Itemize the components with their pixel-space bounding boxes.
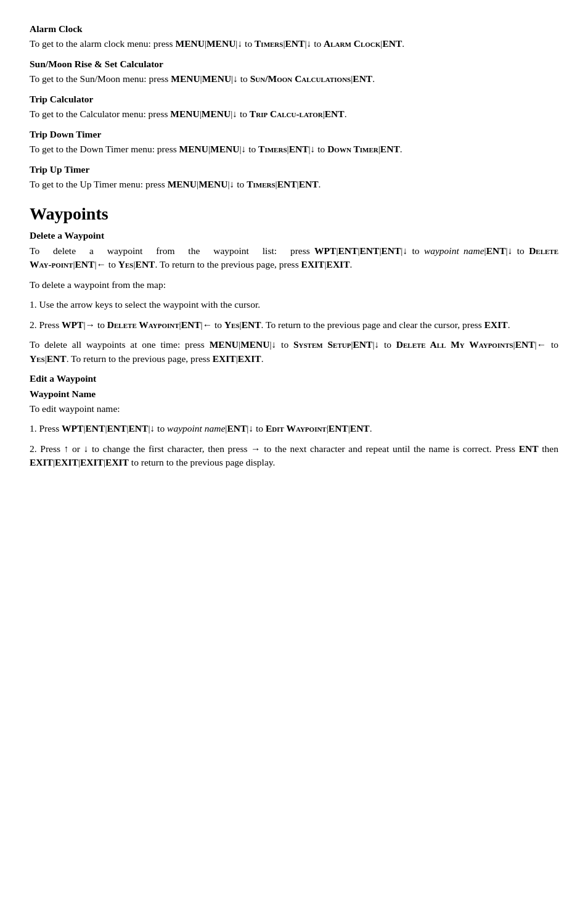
edit-name-intro: To edit waypoint name: [30, 402, 558, 416]
delete-map-step2: 2. Press WPT|→ to Delete Waypoint|ENT|← … [30, 318, 558, 332]
delete-waypoint-heading: Delete a Waypoint [30, 229, 558, 242]
waypoint-name-subheading: Waypoint Name [30, 387, 558, 401]
sunmoon-section: Sun/Moon Rise & Set Calculator To get to… [30, 57, 558, 86]
delete-waypoint-section: Delete a Waypoint To delete a waypoint f… [30, 229, 558, 366]
edit-waypoint-section: Edit a Waypoint Waypoint Name To edit wa… [30, 372, 558, 470]
trip-calc-heading: Trip Calculator [30, 93, 558, 106]
trip-up-timer-section: Trip Up Timer To get to the Up Timer men… [30, 163, 558, 192]
trip-calc-body: To get to the Calculator menu: press MEN… [30, 107, 558, 121]
waypoints-big-heading: Waypoints [30, 202, 558, 227]
delete-map-step1: 1. Use the arrow keys to select the wayp… [30, 298, 558, 311]
trip-up-timer-heading: Trip Up Timer [30, 163, 558, 176]
alarm-clock-heading: Alarm Clock [30, 22, 558, 36]
trip-down-timer-section: Trip Down Timer To get to the Down Timer… [30, 128, 558, 157]
delete-waypoint-body: To delete a waypoint from the waypoint l… [30, 244, 558, 272]
edit-waypoint-heading: Edit a Waypoint [30, 372, 558, 385]
sunmoon-heading: Sun/Moon Rise & Set Calculator [30, 57, 558, 71]
alarm-clock-section: Alarm Clock To get to the alarm clock me… [30, 22, 558, 51]
delete-all-waypoints: To delete all waypoints at one time: pre… [30, 338, 558, 366]
alarm-clock-body: To get to the alarm clock menu: press ME… [30, 37, 558, 51]
delete-map-intro: To delete a waypoint from the map: [30, 278, 558, 292]
trip-up-timer-body: To get to the Up Timer menu: press MENU|… [30, 178, 558, 191]
sunmoon-body: To get to the Sun/Moon menu: press MENU|… [30, 72, 558, 86]
trip-calc-section: Trip Calculator To get to the Calculator… [30, 93, 558, 121]
trip-down-timer-heading: Trip Down Timer [30, 128, 558, 141]
trip-down-timer-body: To get to the Down Timer menu: press MEN… [30, 142, 558, 156]
edit-name-step1: 1. Press WPT|ENT|ENT|ENT|↓ to waypoint n… [30, 422, 558, 435]
edit-name-step2: 2. Press ↑ or ↓ to change the first char… [30, 442, 558, 470]
